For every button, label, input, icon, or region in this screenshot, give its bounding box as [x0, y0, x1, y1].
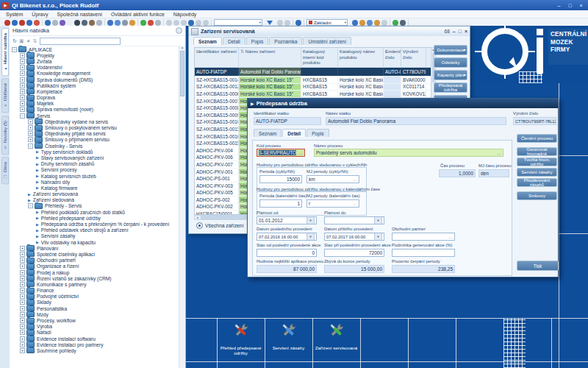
- lookup-icon[interactable]: …: [351, 202, 357, 206]
- expand-expander-icon[interactable]: +: [20, 95, 25, 100]
- sort-icon[interactable]: ⇅: [33, 38, 37, 44]
- -len-n-procesu-button[interactable]: Členění procesu: [517, 134, 557, 143]
- za-zen-servisovan--shortcut[interactable]: Zařízení servisovaná: [312, 321, 360, 365]
- delete-record-icon[interactable]: [148, 20, 154, 26]
- menu-item-2[interactable]: Úpravy: [32, 12, 48, 17]
- tree-item[interactable]: ▶Servisní zásahy: [10, 233, 179, 239]
- globe-icon[interactable]: [295, 20, 301, 26]
- table-row[interactable]: SZ-HXCBAS15-0006Horské kolo XC Basic 15"…: [195, 91, 431, 98]
- chart-icon[interactable]: [374, 20, 380, 26]
- collapse-expander-icon[interactable]: −: [12, 47, 17, 52]
- nav-stop-icon[interactable]: [34, 20, 40, 26]
- menu-item-5[interactable]: Nápovědy: [173, 12, 197, 17]
- attach-icon[interactable]: [107, 20, 113, 26]
- expand-expander-icon[interactable]: +: [20, 53, 25, 58]
- expand-expander-icon[interactable]: +: [20, 342, 25, 347]
- nav-prev-icon[interactable]: [12, 20, 18, 26]
- next-date-field[interactable]: 07.02.2017 16:00:00▼: [324, 233, 384, 241]
- chevron-down-icon[interactable]: ▼: [306, 233, 315, 241]
- tree-item[interactable]: ▶Přehled předepsané údržby: [10, 215, 179, 221]
- tvorba-hrom-dr-by-button[interactable]: Tvorba hrom. údržby: [517, 158, 557, 166]
- tree-item[interactable]: +Projekty: [10, 52, 179, 58]
- confirm-icon[interactable]: [155, 20, 161, 26]
- tree-item[interactable]: +Vodárenství: [10, 65, 179, 71]
- calendar-period-field[interactable]: 1: [259, 199, 302, 208]
- expand-expander-icon[interactable]: +: [20, 294, 25, 299]
- valid-from-field[interactable]: 01.01.2012▼: [257, 216, 317, 224]
- p-epl-nov-n-z-sah--button[interactable]: Přeplánování zásahů: [517, 178, 557, 187]
- nav-first-icon[interactable]: [4, 20, 10, 26]
- expand-expander-icon[interactable]: +: [20, 330, 25, 335]
- history-2-icon[interactable]: [173, 20, 179, 26]
- column-header-3[interactable]: Katalogový interní kód produktu: [301, 48, 338, 67]
- servisn-z-sahy-button[interactable]: Servisní zásahy: [517, 168, 557, 177]
- last-date-field[interactable]: 07.02.2016 16:00:00▼: [257, 233, 317, 241]
- valid-to-field[interactable]: ▼: [324, 216, 384, 224]
- expand-expander-icon[interactable]: +: [20, 258, 25, 263]
- tree-item[interactable]: +Majetek: [10, 101, 179, 107]
- odst-vky-button[interactable]: Odstávky: [434, 57, 467, 68]
- window-maximize-button[interactable]: □: [459, 29, 462, 34]
- tree-item[interactable]: +Organizace a řízení: [10, 263, 179, 269]
- nav-last-icon[interactable]: [26, 20, 32, 26]
- tree-item[interactable]: +Evidence instalací softwaru: [10, 336, 179, 342]
- nav-next-icon[interactable]: [19, 20, 25, 26]
- expand-expander-icon[interactable]: +: [20, 246, 25, 251]
- expand-expander-icon[interactable]: +: [20, 282, 25, 287]
- p-edepsan-dr-ba-button[interactable]: Předepsaná údržba: [434, 82, 467, 93]
- expand-expander-icon[interactable]: +: [20, 71, 25, 76]
- preview-icon[interactable]: [96, 20, 102, 26]
- devices-tab-um-st-n-za-zen-[interactable]: Umístění zařízení: [303, 37, 351, 45]
- cut-icon[interactable]: [122, 20, 128, 26]
- expand-expander-icon[interactable]: +: [20, 306, 25, 311]
- process-name-field[interactable]: Pravidelný servis automobilu…: [314, 149, 503, 157]
- tree-item[interactable]: +Podvojné účetnictví: [10, 294, 179, 300]
- print-icon[interactable]: [89, 20, 95, 26]
- expand-expander-icon[interactable]: +: [20, 318, 25, 323]
- tree-item[interactable]: +Kompletace: [10, 88, 179, 94]
- lookup-icon[interactable]: …: [446, 235, 453, 239]
- copy-icon[interactable]: [115, 20, 121, 26]
- sidebar-tab-novinky-5-[interactable]: ✉Novinky (5): [1, 116, 9, 155]
- tree-item[interactable]: +Finance: [10, 288, 179, 294]
- menu-item-4[interactable]: Ovládání aktivní funkce: [111, 12, 165, 17]
- chevron-down-icon[interactable]: ▾: [259, 21, 262, 24]
- tree-item[interactable]: +Sklady: [10, 300, 179, 305]
- tree-item[interactable]: +Knowledge management: [10, 71, 179, 77]
- lookup-icon[interactable]: …: [495, 151, 501, 155]
- collapse-expander-icon[interactable]: −: [20, 113, 25, 118]
- p-ehled-p-edepsan-dr-by-shortcut[interactable]: Přehled předepsané údržby: [217, 321, 265, 365]
- expand-expander-icon[interactable]: +: [20, 101, 25, 106]
- expand-expander-icon[interactable]: +: [28, 137, 33, 142]
- grid-icon[interactable]: [381, 20, 387, 26]
- sphere-icon[interactable]: [60, 20, 65, 26]
- help-icon[interactable]: [400, 20, 406, 26]
- menu-item-3[interactable]: Společná nastavení: [57, 12, 103, 17]
- expand-expander-icon[interactable]: +: [20, 89, 25, 94]
- pin-icon[interactable]: [176, 27, 182, 34]
- column-header-5[interactable]: Evidenční číslo: [384, 48, 401, 67]
- tree-item[interactable]: +Správa dokumentů (DMS): [10, 77, 179, 82]
- tree-item[interactable]: +Personalistika: [10, 305, 179, 311]
- lookup-icon[interactable]: …: [296, 151, 303, 155]
- tree-item[interactable]: ▶Katalog firmware: [10, 185, 179, 191]
- window-minimize-button[interactable]: –: [453, 29, 456, 34]
- history-4-icon[interactable]: [188, 20, 194, 26]
- cycle-unit-field[interactable]: km…: [306, 175, 359, 183]
- history-1-icon[interactable]: [166, 20, 172, 26]
- expand-expander-icon[interactable]: +: [20, 270, 25, 275]
- expand-expander-icon[interactable]: +: [20, 324, 25, 329]
- tree-item[interactable]: +Doprava: [10, 95, 179, 101]
- collapse-icon[interactable]: ▣: [19, 38, 24, 44]
- expand-expander-icon[interactable]: +: [20, 288, 25, 293]
- tree-item[interactable]: −Přehledy - Servis: [10, 203, 179, 209]
- devices-tab-detail[interactable]: Detail: [223, 37, 245, 45]
- partner-field[interactable]: …: [392, 233, 455, 241]
- tree-item[interactable]: ▶Zařízení servisovaná: [10, 191, 179, 197]
- tree-item[interactable]: +Obchodní partneři: [10, 258, 179, 263]
- expand-expander-icon[interactable]: +: [20, 59, 25, 64]
- tree-item[interactable]: +Mzdy: [10, 311, 179, 317]
- add-record-icon[interactable]: [140, 20, 146, 26]
- tree-item[interactable]: ▶Přehled odstávek všech strojů a zařízen…: [10, 227, 179, 233]
- column-header-1[interactable]: Identifikátor zařízení: [195, 48, 239, 67]
